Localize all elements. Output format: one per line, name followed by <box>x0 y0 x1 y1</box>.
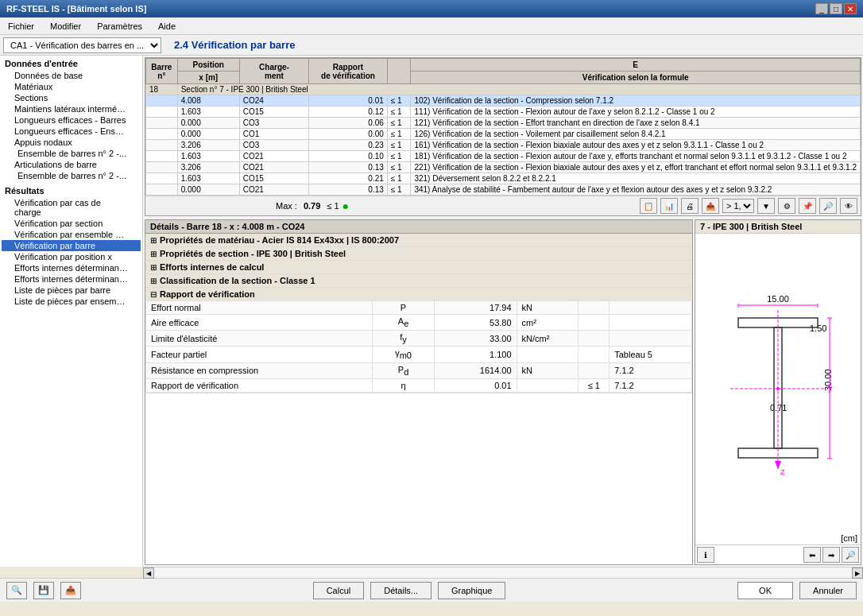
toolbar-btn-3[interactable]: 🖨 <box>681 198 699 214</box>
diagram-btn-1[interactable]: ⬅ <box>803 547 821 563</box>
ipe-diagram-svg: 15.00 30.00 0.71 1.50 <box>710 288 846 478</box>
content-area: Barren° Position Charge-ment Rapportde v… <box>143 56 863 567</box>
barre-num <box>146 184 178 196</box>
cancel-button[interactable]: Annuler <box>799 582 857 599</box>
menu-aide[interactable]: Aide <box>153 20 180 33</box>
details-panel: Détails - Barre 18 - x : 4.008 m - CO24 … <box>145 219 693 565</box>
max-label: Max : <box>276 201 297 211</box>
calcul-button[interactable]: Calcul <box>313 582 365 599</box>
table-row[interactable]: 0.000 CO3 0.06 ≤ 1 121) Vérification de … <box>146 118 861 129</box>
ok-button[interactable]: OK <box>737 582 793 599</box>
rapport-val: 0.10 <box>309 151 388 162</box>
barre-num <box>146 95 178 107</box>
details-section-rapport-header[interactable]: ⊟ Rapport de vérification <box>145 288 692 300</box>
sidebar-item-verif-ensemble[interactable]: Vérification par ensemble de ba... <box>2 229 141 240</box>
sidebar-item-liste-barres[interactable]: Liste de pièces par barre <box>2 285 141 296</box>
details-section-section-header[interactable]: ⊞ Propriétés de section - IPE 300 | Brit… <box>145 247 692 260</box>
diagram-btn-3[interactable]: 🔎 <box>842 547 859 563</box>
table-row[interactable]: 0.000 CO21 0.13 ≤ 1 341) Analyse de stab… <box>146 184 861 196</box>
sidebar-item-ensemble-appuis[interactable]: Ensemble de barres n° 2 -... <box>2 148 141 159</box>
menu-modifier[interactable]: Modifier <box>45 20 86 33</box>
minimize-button[interactable]: _ <box>815 3 828 14</box>
icon-btn-save[interactable]: 💾 <box>33 582 54 599</box>
sidebar-item-efforts-2[interactable]: Efforts internes déterminants p... <box>2 273 141 285</box>
case-dropdown[interactable]: CA1 - Vérification des barres en ... <box>3 37 161 53</box>
sidebar-item-verif-position[interactable]: Vérification par position x <box>2 251 141 262</box>
ratio-filter[interactable]: > 1,0 Tous <box>722 199 754 213</box>
title-bar-controls[interactable]: _ □ ✕ <box>815 3 857 14</box>
barre-num <box>146 118 178 129</box>
detail-ref-limite <box>610 331 692 347</box>
sidebar-item-ensemble-artic[interactable]: Ensemble de barres n° 2 -... <box>2 170 141 181</box>
details-section-efforts-header[interactable]: ⊞ Efforts internes de calcul <box>145 261 692 273</box>
details-button[interactable]: Détails... <box>370 582 432 599</box>
leq1-val: ≤ 1 <box>387 95 411 107</box>
table-row[interactable]: 4.008 CO24 0.01 ≤ 1 102) Vérification de… <box>146 95 861 107</box>
sidebar-item-articulations[interactable]: Articulations de barre <box>2 159 141 170</box>
table-row[interactable]: 3.206 CO3 0.23 ≤ 1 161) Vérification de … <box>146 140 861 151</box>
detail-value-effort: 17.94 <box>434 301 517 315</box>
barre-num <box>146 140 178 151</box>
detail-unit-rapport <box>517 378 579 392</box>
sidebar-item-verif-cas[interactable]: Vérification par cas de charge <box>2 197 141 218</box>
sidebar-item-longueurs-barres[interactable]: Longueurs efficaces - Barres <box>2 114 141 126</box>
sidebar-item-donnees[interactable]: Données de base <box>2 70 141 81</box>
table-row[interactable]: 1.603 CO15 0.21 ≤ 1 321) Déversement sel… <box>146 173 861 184</box>
toolbar-btn-4[interactable]: 📤 <box>702 198 719 214</box>
toolbar-btn-7[interactable]: 📌 <box>799 198 816 214</box>
toolbar-btn-2[interactable]: 📊 <box>660 198 678 214</box>
leq1-val: ≤ 1 <box>387 140 411 151</box>
leq1-val: ≤ 1 <box>387 184 411 196</box>
detail-row-facteur: Facteur partiel γm0 1.100 Tableau 5 <box>146 347 692 362</box>
unit-label: [cm] <box>841 533 857 543</box>
detail-label-effort: Effort normal <box>146 301 373 315</box>
sidebar-item-maintiens[interactable]: Maintiens latéraux intermédiair... <box>2 103 141 114</box>
icon-btn-export[interactable]: 📤 <box>60 582 81 599</box>
col-header-position: Position <box>177 59 239 72</box>
position-val: 1.603 <box>177 107 239 118</box>
details-section-material-header[interactable]: ⊞ Propriétés de matériau - Acier IS 814 … <box>145 234 692 246</box>
sidebar-item-liste-ensemble[interactable]: Liste de pièces par ensemble d... <box>2 296 141 307</box>
detail-row-effort-normal: Effort normal P 17.94 kN <box>146 301 692 315</box>
detail-leq-effort <box>579 301 610 315</box>
horizontal-scrollbar[interactable]: ◀ ▶ <box>143 567 863 578</box>
toolbar-btn-6[interactable]: ⚙ <box>778 198 795 214</box>
max-leq1: ≤ 1 <box>327 201 339 211</box>
sidebar-item-materiaux[interactable]: Matériaux <box>2 81 141 92</box>
table-row[interactable]: 0.000 CO1 0.00 ≤ 1 126) Vérification de … <box>146 129 861 140</box>
toolbar-btn-5[interactable]: ▼ <box>757 198 775 214</box>
sidebar-item-verif-section[interactable]: Vérification par section <box>2 218 141 229</box>
toolbar-btn-1[interactable]: 📋 <box>640 198 657 214</box>
sidebar-item-appuis[interactable]: Appuis nodaux <box>2 137 141 148</box>
toolbar-btn-9[interactable]: 👁 <box>840 198 857 214</box>
detail-label-rapport: Rapport de vérification <box>146 378 373 392</box>
sidebar-item-longueurs-ensemble[interactable]: Longueurs efficaces - Ensemble... <box>2 126 141 137</box>
table-row[interactable]: 1.603 CO15 0.12 ≤ 1 111) Vérification de… <box>146 107 861 118</box>
sidebar-item-efforts-1[interactable]: Efforts internes déterminants p... <box>2 262 141 273</box>
menu-fichier[interactable]: Fichier <box>3 20 39 33</box>
menu-bar: Fichier Modifier Paramètres Aide <box>0 17 863 35</box>
col-header-rapport: Rapportde vérification <box>309 59 388 84</box>
barre-cell-section: 18 <box>146 84 178 95</box>
graphique-button[interactable]: Graphique <box>438 582 505 599</box>
table-row[interactable]: 1.603 CO21 0.10 ≤ 1 181) Vérification de… <box>146 151 861 162</box>
sidebar-item-sections[interactable]: Sections <box>2 92 141 103</box>
menu-parametres[interactable]: Paramètres <box>92 20 147 33</box>
toolbar-btn-8[interactable]: 🔎 <box>819 198 837 214</box>
scroll-right-btn[interactable]: ▶ <box>852 568 863 579</box>
scroll-left-btn[interactable]: ◀ <box>143 568 154 579</box>
class-label: Classification de la section - Classe 1 <box>160 276 315 285</box>
maximize-button[interactable]: □ <box>830 3 842 14</box>
details-section-class-header[interactable]: ⊞ Classification de la section - Classe … <box>145 274 692 287</box>
sidebar-item-verif-barre[interactable]: Vérification par barre <box>2 240 141 251</box>
icon-btn-search[interactable]: 🔍 <box>6 582 27 599</box>
scroll-track[interactable] <box>154 568 852 578</box>
chargement-val: CO1 <box>239 129 308 140</box>
close-button[interactable]: ✕ <box>844 3 857 14</box>
table-row[interactable]: 3.206 CO21 0.13 ≤ 1 221) Vérification de… <box>146 162 861 173</box>
diagram-btn-2[interactable]: ➡ <box>822 547 840 563</box>
position-val: 1.603 <box>177 151 239 162</box>
diagram-info-button[interactable]: ℹ <box>697 547 714 563</box>
rapport-val: 0.06 <box>309 118 388 129</box>
position-val: 3.206 <box>177 162 239 173</box>
